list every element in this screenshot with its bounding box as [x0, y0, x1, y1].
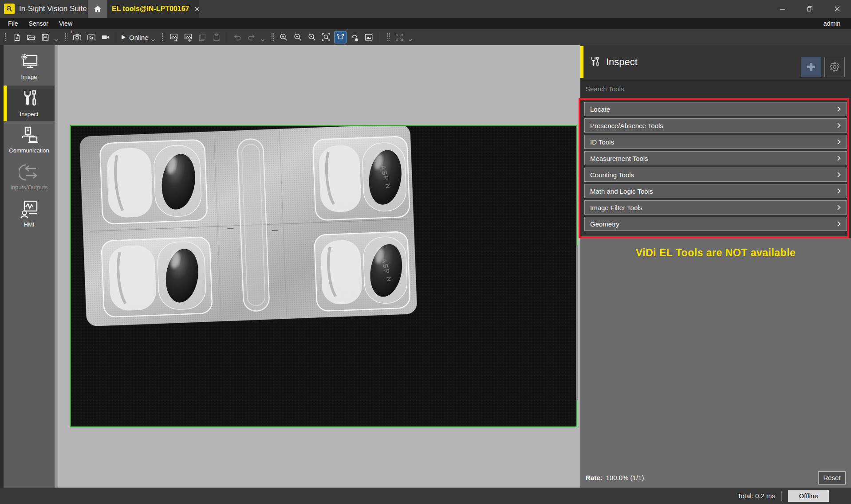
edit-group-overflow[interactable]	[260, 31, 265, 43]
current-user-label: admin	[823, 20, 840, 27]
inspect-icon	[588, 55, 601, 69]
rate-value: 100.0% (1/1)	[606, 474, 644, 481]
connection-status-badge: Offline	[788, 490, 829, 502]
open-job-button[interactable]	[25, 31, 37, 43]
tool-category-counting[interactable]: Counting Tools	[584, 168, 847, 182]
minimize-button[interactable]	[768, 0, 796, 18]
menu-file[interactable]: File	[0, 18, 24, 29]
app-title: In-Sight Vision Suite	[19, 4, 87, 13]
blister-pack-photo: ASP N	[71, 126, 576, 426]
chevron-right-icon	[836, 139, 841, 145]
canvas-scrollbar[interactable]	[576, 245, 578, 400]
sidebar-item-inspect[interactable]: Inspect	[4, 86, 55, 121]
toolbar-separator	[227, 32, 227, 43]
tool-category-image-filter[interactable]: Image Filter Tools	[584, 200, 847, 215]
toolbar-grip[interactable]	[387, 32, 390, 42]
tab-close-icon[interactable]	[194, 6, 200, 12]
tool-category-locate[interactable]: Locate	[584, 102, 847, 116]
zoom-region-button[interactable]	[320, 31, 332, 43]
chevron-right-icon	[836, 221, 841, 227]
tool-category-id[interactable]: ID Tools	[584, 135, 847, 149]
sidebar-item-hmi[interactable]: HMI	[4, 196, 55, 231]
sidebar-item-image[interactable]: Image	[4, 49, 55, 84]
copy-button[interactable]	[197, 31, 208, 43]
panel-title: Inspect	[606, 56, 638, 68]
vidi-unavailable-notice: ViDi EL Tools are NOT available	[580, 247, 851, 259]
save-job-button[interactable]	[39, 31, 51, 43]
tool-category-presence-absence[interactable]: Presence/Absence Tools	[584, 118, 847, 133]
online-overflow[interactable]	[151, 31, 155, 43]
gear-icon	[829, 61, 840, 73]
sidebar-item-label: Image	[21, 74, 37, 80]
sidebar-item-communication[interactable]: Communication	[4, 122, 55, 158]
zoom-in-button[interactable]	[278, 31, 289, 43]
tool-search-input[interactable]	[580, 79, 851, 98]
online-label: Online	[129, 34, 148, 41]
tool-category-math-logic[interactable]: Math and Logic Tools	[584, 184, 847, 198]
menu-view[interactable]: View	[54, 18, 78, 29]
toolbar-grip[interactable]	[162, 32, 164, 42]
rotate-image-button[interactable]	[349, 31, 360, 43]
toolbar-grip[interactable]	[65, 32, 67, 42]
close-button[interactable]	[823, 0, 851, 18]
status-bar: Total: 0.2 ms Offline	[0, 488, 851, 504]
play-icon	[120, 34, 126, 40]
acquired-image[interactable]: ASP N	[70, 125, 577, 427]
blister-pod: ASP N	[314, 231, 410, 311]
sidebar-item-label: Communication	[9, 147, 49, 154]
home-tab[interactable]	[88, 0, 107, 18]
file-group-overflow[interactable]	[54, 31, 59, 43]
inspect-panel-header: Inspect	[580, 45, 851, 79]
reset-button[interactable]: Reset	[818, 471, 846, 484]
inputs-outputs-step-icon	[19, 163, 39, 182]
inspect-panel: Inspect Locate Presence/Absence Tools ID…	[580, 45, 851, 488]
chevron-right-icon	[836, 172, 841, 178]
active-step-accent-bar	[580, 46, 583, 78]
fullscreen-button[interactable]	[394, 31, 405, 43]
new-job-button[interactable]	[11, 31, 23, 43]
left-edge-strip	[0, 45, 4, 488]
view-group-overflow[interactable]	[408, 31, 413, 43]
paste-button[interactable]	[211, 31, 222, 43]
menu-sensor[interactable]: Sensor	[24, 18, 54, 29]
zoom-out-button[interactable]	[292, 31, 303, 43]
chevron-right-icon	[836, 106, 841, 112]
toolbar-grip[interactable]	[4, 32, 7, 42]
inspect-panel-top: Inspect Locate Presence/Absence Tools ID…	[580, 45, 851, 238]
save-image-button[interactable]	[168, 31, 180, 43]
record-button[interactable]	[100, 31, 111, 43]
zoom-fill-button[interactable]	[306, 31, 318, 43]
blister-pod	[100, 140, 208, 224]
status-separator	[781, 491, 782, 501]
tool-category-measurement[interactable]: Measurement Tools	[584, 151, 847, 165]
total-time-label: Total: 0.2 ms	[737, 492, 775, 500]
image-canvas[interactable]: ASP N	[58, 45, 580, 488]
acquire-single-image-button[interactable]: 1	[71, 31, 83, 43]
acquire-badge: 1	[71, 30, 73, 34]
tool-settings-button[interactable]	[824, 57, 845, 77]
toolbar-grip[interactable]	[271, 32, 274, 42]
live-acquire-button[interactable]	[86, 31, 97, 43]
blister-pod: ASP N	[313, 136, 410, 220]
blister-pod	[101, 237, 212, 317]
chevron-right-icon	[836, 122, 841, 129]
sidebar-item-label: Inputs/Outputs	[10, 184, 48, 191]
redo-button[interactable]	[246, 31, 257, 43]
navigation-sidebar: Image Inspect Communication Inputs/Outpu…	[4, 45, 55, 488]
title-bar: In-Sight Vision Suite EL tools@IN-LPT001…	[0, 0, 851, 18]
tool-category-geometry[interactable]: Geometry	[584, 217, 847, 231]
undo-button[interactable]	[232, 31, 243, 43]
plus-icon	[806, 62, 816, 72]
image-display-button[interactable]	[363, 31, 374, 43]
menu-bar: File Sensor View admin	[0, 18, 851, 29]
job-tab[interactable]: EL tools@IN-LPT00167	[107, 0, 199, 18]
sidebar-item-inputs-outputs[interactable]: Inputs/Outputs	[4, 159, 55, 195]
online-toggle[interactable]: Online	[120, 34, 148, 41]
chevron-right-icon	[836, 204, 841, 211]
add-tool-button[interactable]	[801, 57, 821, 77]
load-image-button[interactable]	[182, 31, 194, 43]
communication-step-icon	[19, 126, 39, 145]
fit-image-button[interactable]	[335, 31, 346, 43]
sidebar-splitter[interactable]	[55, 45, 58, 488]
restore-button[interactable]	[796, 0, 823, 18]
